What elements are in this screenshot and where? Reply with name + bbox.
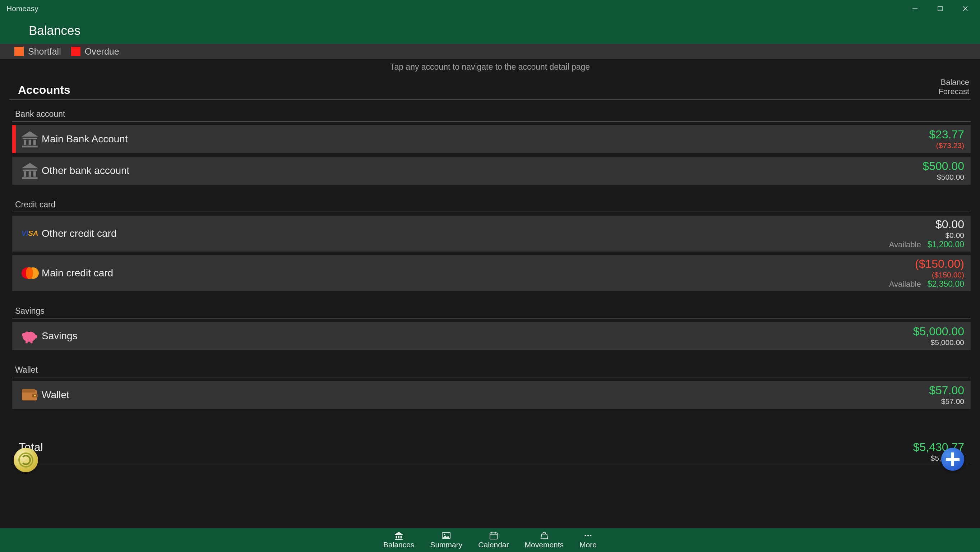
sync-icon: [18, 453, 33, 467]
account-row-main-cc[interactable]: Main credit card($150.00)($150.00)Availa…: [12, 255, 970, 291]
account-icon: [16, 157, 42, 185]
svg-rect-1: [938, 6, 942, 11]
account-name: Wallet: [42, 381, 929, 409]
legend-bar: Shortfall Overdue: [0, 44, 980, 59]
account-name: Other credit card: [42, 215, 889, 252]
account-values: $57.00$57.00: [929, 381, 964, 409]
app-title: Homeasy: [6, 4, 38, 13]
calendar-icon: [488, 531, 499, 540]
balance-value: $5,000.00: [913, 325, 964, 338]
status-stripe: [12, 157, 16, 185]
bank-icon: [20, 130, 40, 148]
group-header: Bank account: [12, 100, 970, 121]
add-button[interactable]: [941, 448, 964, 471]
balance-value: $57.00: [929, 384, 964, 397]
group-header: Credit card: [12, 185, 970, 212]
nav-balances[interactable]: Balances: [383, 531, 414, 549]
legend-overdue: Overdue: [71, 46, 119, 57]
forecast-value: $0.00: [945, 231, 964, 240]
close-button[interactable]: [953, 0, 978, 17]
account-values: $500.00$500.00: [923, 157, 964, 185]
account-values: $5,000.00$5,000.00: [913, 322, 964, 350]
status-stripe: [12, 381, 16, 409]
group-header: Savings: [12, 291, 970, 318]
account-icon: [16, 322, 42, 350]
accounts-title: Accounts: [18, 83, 70, 97]
visa-icon: VISA: [22, 229, 38, 238]
available-label: Available: [889, 240, 921, 249]
bank-icon: [20, 162, 40, 180]
bank-icon: [394, 531, 404, 540]
group-header: Wallet: [12, 350, 970, 377]
nav-calendar[interactable]: Calendar: [478, 531, 509, 549]
forecast-value: ($73.23): [936, 141, 964, 150]
account-row-wallet[interactable]: Wallet$57.00$57.00: [12, 381, 970, 409]
mastercard-icon: [20, 266, 40, 280]
hint-text: Tap any account to navigate to the accou…: [0, 59, 980, 75]
forecast-value: $5,000.00: [931, 338, 964, 347]
available-label: Available: [889, 279, 921, 289]
content-area: Accounts Balance Forecast Bank accountMa…: [0, 75, 980, 528]
accounts-header: Accounts Balance Forecast: [10, 75, 970, 100]
account-icon: [16, 125, 42, 153]
legend-shortfall-label: Shortfall: [28, 46, 61, 57]
status-stripe: [12, 215, 16, 252]
minimize-button[interactable]: [902, 0, 928, 17]
available-value: $1,200.00: [928, 240, 964, 249]
titlebar: Homeasy: [0, 0, 980, 17]
page-header: Balances: [0, 17, 980, 44]
legend-shortfall-swatch: [14, 47, 24, 56]
account-icon: [16, 255, 42, 291]
account-values: ($150.00)($150.00)Available$2,350.00: [889, 255, 964, 291]
status-stripe: [12, 322, 16, 350]
dots-icon: [583, 531, 593, 540]
forecast-value: $500.00: [937, 173, 964, 182]
status-stripe: [12, 255, 16, 291]
maximize-button[interactable]: [928, 0, 953, 17]
balance-value: $0.00: [935, 218, 964, 231]
balance-value: $500.00: [923, 160, 964, 173]
svg-rect-0: [912, 9, 918, 9]
wallet-icon: [20, 386, 40, 404]
account-values: $23.77($73.23): [929, 125, 964, 153]
window-controls: [902, 0, 978, 17]
account-row-savings[interactable]: Savings$5,000.00$5,000.00: [12, 322, 970, 350]
account-name: Other bank account: [42, 157, 923, 185]
page-title: Balances: [29, 23, 81, 38]
account-name: Savings: [42, 322, 913, 350]
maximize-icon: [937, 5, 943, 12]
close-icon: [962, 5, 969, 12]
account-icon: [16, 381, 42, 409]
available-value: $2,350.00: [928, 279, 964, 289]
nav-label: Movements: [525, 541, 564, 549]
account-icon: VISA: [16, 215, 42, 252]
total-row: Total $5,430.77 $5,333.77: [12, 437, 970, 464]
forecast-value: ($150.00): [932, 271, 964, 279]
nav-summary[interactable]: Summary: [430, 531, 462, 549]
legend-shortfall: Shortfall: [14, 46, 61, 57]
account-row-other-bank[interactable]: Other bank account$500.00$500.00: [12, 157, 970, 185]
picture-icon: [441, 531, 451, 540]
status-stripe: [12, 125, 16, 153]
nav-label: Summary: [430, 541, 462, 549]
nav-movements[interactable]: Movements: [525, 531, 564, 549]
sync-button[interactable]: [14, 448, 38, 472]
bottom-nav: BalancesSummaryCalendarMovementsMore: [0, 528, 980, 552]
nav-label: More: [579, 541, 597, 549]
piggy-bank-icon: [20, 327, 40, 345]
minimize-icon: [912, 5, 918, 12]
bag-icon: [539, 531, 549, 540]
column-forecast: Forecast: [938, 87, 969, 96]
account-values: $0.00$0.00Available$1,200.00: [889, 215, 964, 252]
forecast-value: $57.00: [941, 397, 964, 406]
account-row-main-bank[interactable]: Main Bank Account$23.77($73.23): [12, 125, 970, 153]
account-name: Main credit card: [42, 255, 889, 291]
legend-overdue-swatch: [71, 47, 81, 56]
account-name: Main Bank Account: [42, 125, 929, 153]
nav-more[interactable]: More: [579, 531, 597, 549]
nav-label: Balances: [383, 541, 414, 549]
account-row-other-cc[interactable]: VISAOther credit card$0.00$0.00Available…: [12, 215, 970, 252]
balance-value: ($150.00): [915, 257, 964, 271]
column-labels: Balance Forecast: [938, 78, 970, 97]
column-balance: Balance: [938, 78, 969, 87]
